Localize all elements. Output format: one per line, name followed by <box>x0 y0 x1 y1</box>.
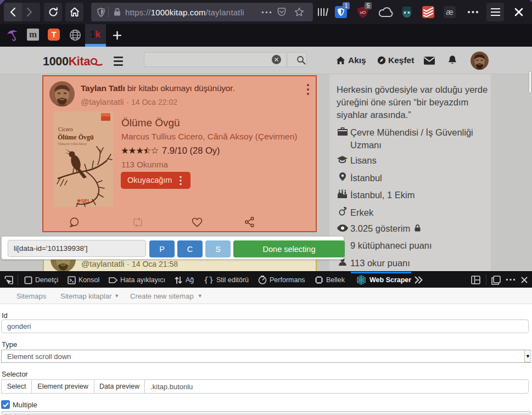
svg-text:Ölüme Övgü: Ölüme Övgü <box>58 133 94 141</box>
svg-text:{}: {} <box>204 276 214 284</box>
svg-text:✳SEL: ✳SEL <box>77 198 91 204</box>
svg-text:Cicero: Cicero <box>58 126 73 132</box>
svg-text:uO: uO <box>360 10 366 15</box>
svg-text:Türkçesi: Cânâ Aksoy: Türkçesi: Cânâ Aksoy <box>58 142 87 145</box>
